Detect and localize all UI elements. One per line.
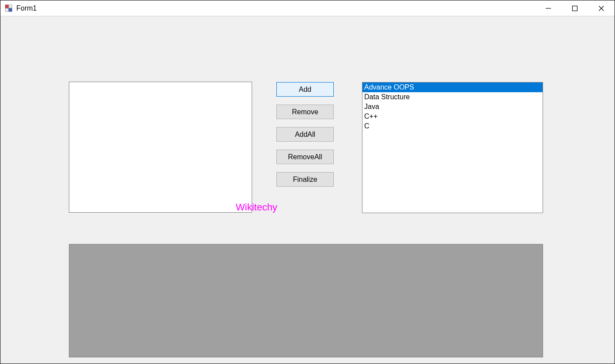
window: Form1 Add Remove AddAll RemoveAll Finali…	[0, 0, 615, 364]
close-button[interactable]	[588, 0, 615, 16]
add-button[interactable]: Add	[276, 82, 334, 97]
watermark-label: Wikitechy	[236, 202, 277, 213]
addall-button[interactable]: AddAll	[276, 127, 334, 142]
list-item[interactable]: Advance OOPS	[362, 83, 543, 92]
svg-rect-0	[5, 5, 8, 8]
output-panel[interactable]	[69, 244, 543, 357]
window-title: Form1	[16, 4, 37, 12]
maximize-button[interactable]	[562, 0, 588, 16]
minimize-button[interactable]	[535, 0, 562, 16]
client-area: Add Remove AddAll RemoveAll Finalize Adv…	[0, 16, 615, 364]
svg-rect-3	[9, 8, 12, 11]
remove-button[interactable]: Remove	[276, 105, 334, 119]
finalize-button[interactable]: Finalize	[276, 172, 334, 187]
removeall-button[interactable]: RemoveAll	[276, 150, 334, 164]
list-item[interactable]: C	[362, 121, 543, 131]
window-controls	[535, 0, 615, 16]
titlebar[interactable]: Form1	[0, 0, 615, 16]
svg-rect-5	[573, 6, 577, 11]
list-item[interactable]: C++	[362, 112, 543, 121]
right-listbox[interactable]: Advance OOPSData StructureJavaC++C	[362, 82, 543, 213]
list-item[interactable]: Data Structure	[362, 92, 543, 102]
svg-rect-1	[9, 5, 12, 8]
app-icon	[5, 4, 13, 12]
left-listbox[interactable]	[69, 82, 252, 213]
svg-rect-2	[5, 8, 8, 11]
list-item[interactable]: Java	[362, 102, 543, 112]
